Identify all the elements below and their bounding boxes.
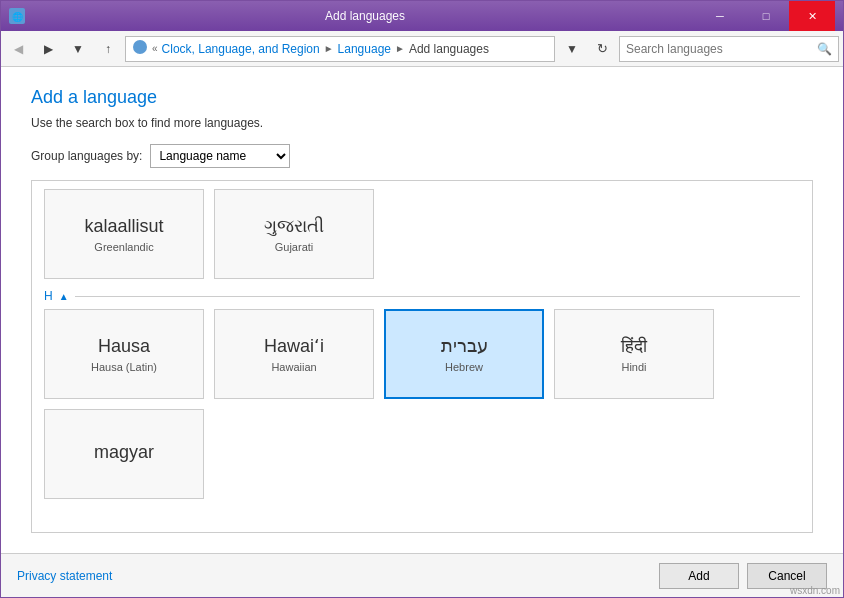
group-by-label: Group languages by: [31, 149, 142, 163]
search-icon[interactable]: 🔍 [817, 42, 832, 56]
language-card-hebrew[interactable]: עברית Hebrew [384, 309, 544, 399]
breadcrumb-arrow-2: ► [395, 43, 405, 54]
window-controls: ─ □ ✕ [697, 1, 835, 31]
main-content: Add a language Use the search box to fin… [1, 67, 843, 553]
page-subtitle: Use the search box to find more language… [31, 116, 813, 130]
breadcrumb-icon [132, 39, 148, 58]
hausa-native: Hausa [98, 336, 150, 357]
language-grid-inner: kalaallisut Greenlandic ગુજરાતી Gujarati… [32, 181, 812, 517]
maximize-button[interactable]: □ [743, 1, 789, 31]
close-button[interactable]: ✕ [789, 1, 835, 31]
title-bar: 🌐 Add languages ─ □ ✕ [1, 1, 843, 31]
language-card-hawaiian[interactable]: Hawaiʻi Hawaiian [214, 309, 374, 399]
hawaiian-native: Hawaiʻi [264, 335, 324, 357]
language-card-greenlandic[interactable]: kalaallisut Greenlandic [44, 189, 204, 279]
hausa-name: Hausa (Latin) [91, 361, 157, 373]
section-g-row: kalaallisut Greenlandic ગુજરાતી Gujarati [44, 189, 800, 279]
hindi-name: Hindi [621, 361, 646, 373]
hebrew-native: עברית [441, 335, 488, 357]
language-card-hungarian[interactable]: magyar [44, 409, 204, 499]
dropdown-button[interactable]: ▼ [65, 36, 91, 62]
back-button[interactable]: ◀ [5, 36, 31, 62]
hindi-native: हिंदी [621, 336, 647, 357]
footer: Privacy statement Add Cancel [1, 553, 843, 597]
window: 🌐 Add languages ─ □ ✕ ◀ ▶ ▼ ↑ « Clock, L… [0, 0, 844, 598]
nav-bar: ◀ ▶ ▼ ↑ « Clock, Language, and Region ► … [1, 31, 843, 67]
search-input[interactable] [626, 42, 817, 56]
window-title: Add languages [33, 9, 697, 23]
section-h-header: H ▲ [44, 289, 800, 303]
refresh-button[interactable]: ↻ [589, 36, 615, 62]
language-card-hindi[interactable]: हिंदी Hindi [554, 309, 714, 399]
hungarian-native: magyar [94, 442, 154, 463]
hebrew-name: Hebrew [445, 361, 483, 373]
breadcrumb-clock[interactable]: Clock, Language, and Region [162, 42, 320, 56]
section-h-chevron[interactable]: ▲ [59, 291, 69, 302]
language-card-gujarati[interactable]: ગુજરાતી Gujarati [214, 189, 374, 279]
gujarati-name: Gujarati [275, 241, 314, 253]
svg-point-2 [133, 40, 147, 54]
section-h-label: H [44, 289, 53, 303]
greenlandic-native: kalaallisut [84, 216, 163, 237]
breadcrumb-language[interactable]: Language [338, 42, 391, 56]
add-button[interactable]: Add [659, 563, 739, 589]
breadcrumb: « Clock, Language, and Region ► Language… [125, 36, 555, 62]
window-icon: 🌐 [9, 8, 25, 24]
language-grid-container[interactable]: kalaallisut Greenlandic ગુજરાતી Gujarati… [31, 180, 813, 533]
section-h-row: Hausa Hausa (Latin) Hawaiʻi Hawaiian עבר… [44, 309, 800, 399]
privacy-link[interactable]: Privacy statement [17, 569, 659, 583]
page-title: Add a language [31, 87, 813, 108]
breadcrumb-current: Add languages [409, 42, 489, 56]
breadcrumb-arrow-1: ► [324, 43, 334, 54]
svg-text:🌐: 🌐 [12, 11, 24, 23]
search-bar: 🔍 [619, 36, 839, 62]
watermark: wsxdn.com [790, 585, 840, 596]
minimize-button[interactable]: ─ [697, 1, 743, 31]
breadcrumb-sep-0: « [152, 43, 158, 54]
group-by-row: Group languages by: Language name Script… [31, 144, 813, 168]
greenlandic-name: Greenlandic [94, 241, 153, 253]
group-by-select[interactable]: Language name Script Region [150, 144, 290, 168]
breadcrumb-dropdown-button[interactable]: ▼ [559, 36, 585, 62]
gujarati-native: ગુજરાતી [264, 216, 324, 237]
hawaiian-name: Hawaiian [271, 361, 316, 373]
up-button[interactable]: ↑ [95, 36, 121, 62]
language-card-hausa[interactable]: Hausa Hausa (Latin) [44, 309, 204, 399]
forward-button[interactable]: ▶ [35, 36, 61, 62]
section-h2-row: magyar [44, 409, 800, 499]
